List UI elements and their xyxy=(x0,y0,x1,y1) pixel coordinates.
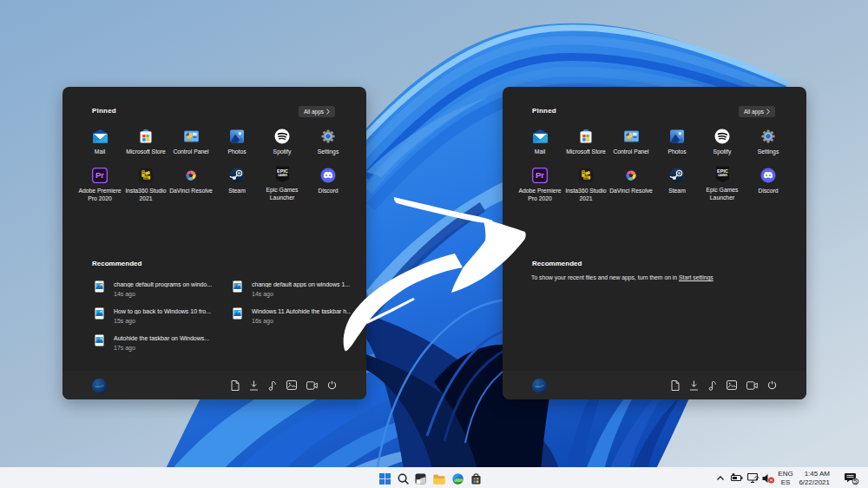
svg-text:5: 5 xyxy=(854,478,858,485)
svg-text:GAMES: GAMES xyxy=(717,174,727,177)
svg-text:GAMES: GAMES xyxy=(277,174,286,177)
svg-text:Pr: Pr xyxy=(95,170,104,180)
svg-text:Pr: Pr xyxy=(536,170,544,180)
